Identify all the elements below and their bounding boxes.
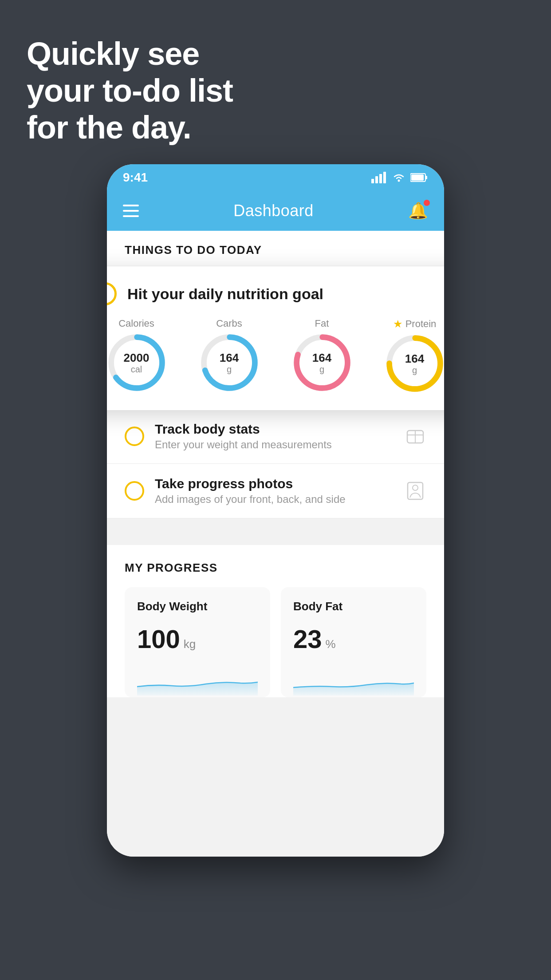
body-fat-title: Body Fat xyxy=(293,600,414,613)
nutrition-calories: Calories 2000 cal xyxy=(108,318,165,391)
body-weight-card: Body Weight 100 kg xyxy=(125,587,270,697)
svg-rect-3 xyxy=(383,172,386,183)
progress-heading: MY PROGRESS xyxy=(125,561,426,575)
todo-title-body-stats: Track body stats xyxy=(155,422,394,437)
carbs-donut: 164 g xyxy=(201,334,258,391)
nav-title: Dashboard xyxy=(233,202,314,220)
calories-value: 2000 cal xyxy=(124,352,150,374)
scroll-area: THINGS TO DO TODAY Hit your daily nutrit… xyxy=(107,231,444,857)
calories-donut: 2000 cal xyxy=(108,334,165,391)
protein-value: 164 g xyxy=(405,352,424,375)
todo-circle-body-stats xyxy=(125,427,144,446)
body-fat-unit: % xyxy=(326,637,336,651)
scale-icon xyxy=(404,425,426,447)
calories-label: Calories xyxy=(118,318,154,329)
body-weight-title: Body Weight xyxy=(137,600,258,613)
protein-label-row: ★ Protein xyxy=(393,318,437,330)
star-icon: ★ xyxy=(393,318,403,330)
card-header: Hit your daily nutrition goal xyxy=(107,282,444,305)
todo-text-photos: Take progress photos Add images of your … xyxy=(155,476,394,506)
nutrition-carbs: Carbs 164 g xyxy=(201,318,258,391)
nutrition-card: Hit your daily nutrition goal Calories xyxy=(107,266,444,410)
body-fat-num: 23 xyxy=(293,624,322,654)
svg-rect-1 xyxy=(375,176,378,183)
hamburger-icon[interactable] xyxy=(123,205,139,217)
body-weight-value: 100 kg xyxy=(137,624,258,654)
svg-rect-7 xyxy=(411,174,424,181)
body-fat-chart xyxy=(293,664,414,695)
body-fat-card: Body Fat 23 % xyxy=(281,587,426,697)
todo-title-photos: Take progress photos xyxy=(155,476,394,491)
fat-donut: 164 g xyxy=(293,334,351,391)
svg-rect-6 xyxy=(425,176,427,179)
todo-item-body-stats[interactable]: Track body stats Enter your weight and m… xyxy=(107,409,444,464)
notification-dot xyxy=(424,200,430,206)
bell-icon[interactable]: 🔔 xyxy=(408,202,428,220)
things-section-heading: THINGS TO DO TODAY xyxy=(107,231,444,266)
phone-shell: 9:41 xyxy=(107,164,444,857)
signal-icon xyxy=(371,172,387,183)
status-icons xyxy=(371,172,428,183)
todo-sub-photos: Add images of your front, back, and side xyxy=(155,493,394,506)
fat-label: Fat xyxy=(315,318,329,329)
carbs-label: Carbs xyxy=(216,318,242,329)
svg-rect-2 xyxy=(379,174,382,183)
svg-point-21 xyxy=(413,485,418,490)
nutrition-card-title: Hit your daily nutrition goal xyxy=(127,285,323,303)
todo-text-body-stats: Track body stats Enter your weight and m… xyxy=(155,422,394,451)
headline: Quickly see your to-do list for the day. xyxy=(27,36,233,146)
nutrition-fat: Fat 164 g xyxy=(293,318,351,391)
progress-cards: Body Weight 100 kg xyxy=(125,587,426,697)
carbs-value: 164 g xyxy=(220,352,239,374)
svg-point-4 xyxy=(398,180,400,182)
person-icon xyxy=(404,480,426,502)
progress-section: MY PROGRESS Body Weight 100 kg xyxy=(107,545,444,697)
todo-circle-nutrition[interactable] xyxy=(107,282,117,305)
body-weight-unit: kg xyxy=(184,637,196,651)
protein-label: Protein xyxy=(405,318,437,330)
phone-mockup: 9:41 xyxy=(76,164,475,954)
fat-value: 164 g xyxy=(312,352,331,374)
status-bar: 9:41 xyxy=(107,164,444,191)
svg-rect-0 xyxy=(371,179,374,183)
todo-circle-photos xyxy=(125,481,144,501)
protein-donut: 164 g xyxy=(386,335,444,392)
body-weight-chart xyxy=(137,664,258,695)
nav-bar: Dashboard 🔔 xyxy=(107,191,444,231)
wifi-icon xyxy=(392,172,406,183)
battery-icon xyxy=(410,173,428,182)
body-fat-value: 23 % xyxy=(293,624,414,654)
time-label: 9:41 xyxy=(123,170,148,185)
nutrition-row: Calories 2000 cal xyxy=(107,318,444,392)
todo-item-progress-photos[interactable]: Take progress photos Add images of your … xyxy=(107,464,444,518)
nutrition-protein: ★ Protein 164 g xyxy=(386,318,444,392)
todo-sub-body-stats: Enter your weight and measurements xyxy=(155,439,394,451)
body-weight-num: 100 xyxy=(137,624,180,654)
